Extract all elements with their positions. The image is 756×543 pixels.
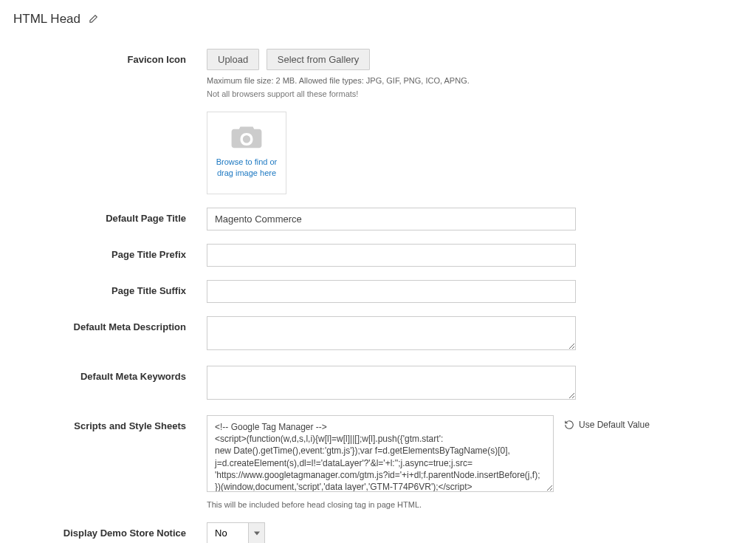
row-favicon: Favicon Icon Upload Select from Gallery … bbox=[0, 49, 756, 194]
scripts-textarea[interactable]: <!-- Google Tag Manager --> <script>(fun… bbox=[207, 415, 554, 492]
page-title-prefix-input[interactable] bbox=[207, 244, 576, 267]
section-header: HTML Head bbox=[0, 0, 756, 34]
label-scripts: Scripts and Style Sheets bbox=[15, 415, 207, 431]
upload-dropzone[interactable]: Browse to find or drag image here bbox=[207, 112, 286, 194]
section-title: HTML Head bbox=[13, 12, 80, 27]
form: Favicon Icon Upload Select from Gallery … bbox=[0, 34, 756, 543]
row-page-title-prefix: Page Title Prefix bbox=[0, 244, 756, 267]
row-default-meta-keywords: Default Meta Keywords bbox=[0, 366, 756, 402]
label-display-demo-notice: Display Demo Store Notice bbox=[15, 522, 207, 539]
default-page-title-input[interactable] bbox=[207, 208, 576, 230]
favicon-note-formats: Not all browsers support all these forma… bbox=[207, 89, 576, 98]
label-default-meta-keywords: Default Meta Keywords bbox=[15, 366, 207, 382]
use-default-link[interactable]: Use Default Value bbox=[579, 420, 650, 430]
page-title-suffix-input[interactable] bbox=[207, 280, 576, 303]
favicon-note-size: Maximum file size: 2 MB. Allowed file ty… bbox=[207, 76, 576, 85]
row-default-meta-description: Default Meta Description bbox=[0, 316, 756, 352]
label-favicon: Favicon Icon bbox=[15, 49, 207, 65]
label-page-title-suffix: Page Title Suffix bbox=[15, 280, 207, 296]
pencil-icon[interactable] bbox=[88, 14, 98, 24]
default-meta-keywords-textarea[interactable] bbox=[207, 366, 576, 400]
display-demo-select[interactable]: No bbox=[207, 522, 249, 543]
label-default-meta-description: Default Meta Description bbox=[15, 316, 207, 332]
label-default-page-title: Default Page Title bbox=[15, 208, 207, 224]
upload-browse-link[interactable]: Browse to find or drag image here bbox=[213, 157, 280, 179]
chevron-down-icon[interactable] bbox=[249, 522, 265, 543]
label-page-title-prefix: Page Title Prefix bbox=[15, 244, 207, 260]
camera-icon bbox=[231, 124, 262, 149]
select-gallery-button[interactable]: Select from Gallery bbox=[267, 49, 371, 70]
row-default-page-title: Default Page Title bbox=[0, 208, 756, 230]
default-meta-description-textarea[interactable] bbox=[207, 316, 576, 350]
scripts-note: This will be included before head closin… bbox=[207, 500, 554, 509]
row-scripts: Scripts and Style Sheets <!-- Google Tag… bbox=[0, 415, 756, 509]
reset-icon bbox=[564, 420, 574, 430]
row-display-demo-notice: Display Demo Store Notice No bbox=[0, 522, 756, 543]
row-page-title-suffix: Page Title Suffix bbox=[0, 280, 756, 303]
upload-button[interactable]: Upload bbox=[207, 49, 259, 70]
